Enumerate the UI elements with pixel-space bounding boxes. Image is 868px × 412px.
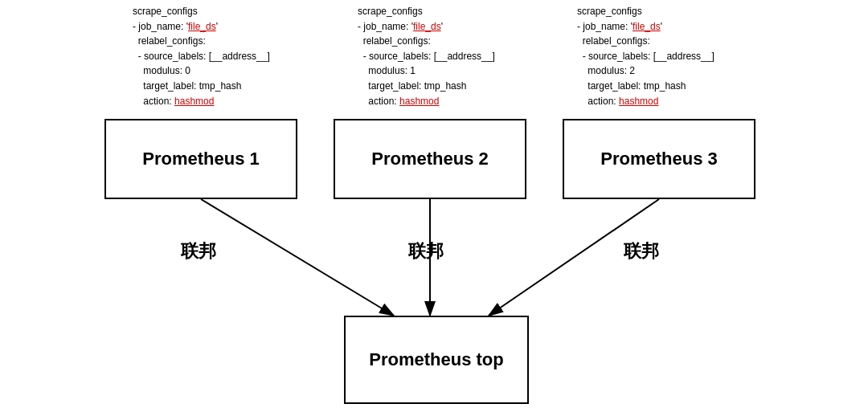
prometheus-2-box: Prometheus 2 — [334, 119, 526, 199]
prometheus-1-label: Prometheus 1 — [142, 149, 260, 169]
prometheus-top-label: Prometheus top — [369, 349, 503, 370]
prometheus-3-box: Prometheus 3 — [563, 119, 755, 199]
prometheus-top-box: Prometheus top — [344, 316, 529, 404]
prometheus-2-label: Prometheus 2 — [371, 149, 489, 169]
federation-label-3: 联邦 — [624, 239, 659, 263]
config-block-1: scrape_configs - job_name: 'file_ds' rel… — [133, 4, 270, 108]
prometheus-1-box: Prometheus 1 — [104, 119, 297, 199]
diagram: scrape_configs - job_name: 'file_ds' rel… — [0, 0, 868, 412]
federation-label-1: 联邦 — [181, 239, 216, 263]
config-block-2: scrape_configs - job_name: 'file_ds' rel… — [358, 4, 495, 108]
federation-label-2: 联邦 — [408, 239, 444, 263]
prometheus-3-label: Prometheus 3 — [600, 149, 718, 169]
arrow-1 — [201, 199, 394, 316]
config-block-3: scrape_configs - job_name: 'file_ds' rel… — [577, 4, 714, 108]
